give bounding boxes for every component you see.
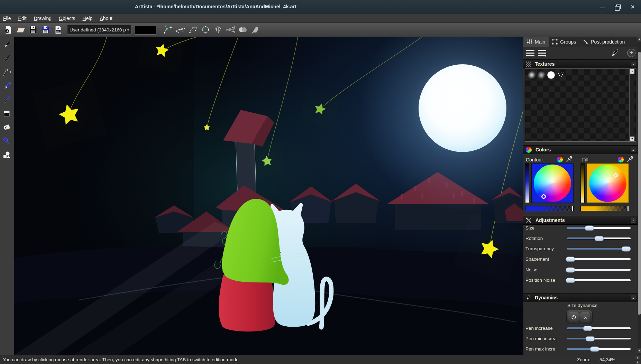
texture-list[interactable]: ▲ ▼ [525, 68, 636, 142]
texture-soft-spot[interactable] [527, 71, 536, 79]
list-icon[interactable] [526, 50, 534, 56]
tab-main[interactable]: Main [523, 37, 549, 47]
render-canvas[interactable] [14, 37, 523, 355]
bezier-path-tool[interactable] [1, 66, 13, 78]
size-slider[interactable] [567, 227, 631, 229]
texture-scroll-down[interactable]: ▼ [630, 137, 634, 141]
fill-eyedropper-icon[interactable] [626, 156, 633, 163]
pen-max-increase-slider[interactable] [567, 348, 631, 350]
tools-icon [526, 217, 532, 223]
close-button[interactable]: × [629, 3, 636, 10]
paint-roll-tool[interactable] [1, 122, 13, 133]
infinite-toggle[interactable]: ∞ [580, 312, 591, 322]
adjustments-section-header[interactable]: Adjustments ▲ [523, 216, 638, 225]
spacement-slider[interactable] [567, 258, 631, 260]
transparency-slider[interactable] [567, 248, 631, 250]
fill-rectangle-tool[interactable] [1, 108, 13, 120]
menu-file[interactable]: File [3, 16, 11, 21]
collapse-colors-button[interactable]: ▲ [631, 148, 635, 152]
panel-scroll-down[interactable]: ▼ [638, 348, 641, 353]
contour-color-picker[interactable] [531, 163, 574, 203]
list-add-icon[interactable] [538, 50, 546, 56]
contour-value-bar[interactable] [525, 163, 529, 203]
menu-objects[interactable]: Objects [59, 16, 75, 21]
boolean-circles-tool[interactable] [237, 24, 248, 35]
zoom-spin-up[interactable]: ▲ [635, 356, 640, 360]
blue-brush-tool[interactable] [1, 94, 13, 106]
zoom-spin-down[interactable]: ▼ [635, 360, 640, 364]
pen-icon[interactable] [609, 48, 620, 60]
texture-speckle[interactable] [556, 71, 565, 79]
contour-hue-wheel[interactable] [534, 165, 571, 202]
menu-help[interactable]: Help [83, 16, 93, 21]
size-dynamics-label: Size dynamics [567, 303, 597, 308]
texture-scrollbar[interactable]: ▲ ▼ [629, 69, 634, 141]
contour-alpha-bar[interactable] [525, 206, 574, 211]
adjustments-title: Adjustments [535, 217, 565, 223]
collapse-adjustments-button[interactable]: ▲ [631, 218, 635, 223]
restore-button[interactable] [614, 3, 621, 10]
fill-hue-wheel[interactable] [589, 165, 626, 202]
ellipse-tool[interactable] [200, 24, 211, 35]
pressure-toggle[interactable] [568, 312, 579, 322]
panel-scrollbar[interactable]: ▲ ▼ [638, 37, 641, 355]
fill-value-bar[interactable] [580, 163, 585, 203]
node-edit-tool[interactable] [163, 24, 174, 35]
textures-section-header[interactable]: Textures ▲ [523, 59, 638, 68]
fill-color-cursor[interactable] [613, 173, 618, 178]
menu-about[interactable]: About [100, 16, 112, 21]
pen-min-increase-label: Pen min increa [525, 336, 566, 341]
pen-increase-slider[interactable] [567, 327, 631, 329]
save-as-button[interactable] [40, 24, 51, 35]
tab-groups-label: Groups [560, 39, 576, 45]
position-noise-slider[interactable] [567, 279, 631, 281]
colors-title: Colors [535, 147, 551, 152]
girl-dress [219, 275, 276, 332]
fill-color-picker[interactable] [587, 163, 629, 203]
texture-scroll-up[interactable]: ▲ [630, 69, 634, 74]
contour-eyedropper-icon[interactable] [566, 156, 573, 163]
canvas-size-preset-dropdown[interactable]: User defined (3840x2160 p ▾ [67, 25, 131, 35]
curve-tool[interactable] [175, 24, 186, 35]
save-button[interactable] [28, 24, 39, 35]
contour-wheel-icon[interactable] [557, 157, 563, 162]
mirror-tool[interactable] [212, 24, 223, 35]
skew-tool[interactable] [225, 24, 236, 35]
texture-solid-blob[interactable] [547, 71, 556, 79]
panel-scroll-up[interactable]: ▲ [638, 37, 641, 41]
colors-section-header[interactable]: Colors ▲ [523, 145, 638, 154]
spatula-tool[interactable] [1, 136, 13, 147]
brush-tool[interactable] [1, 53, 13, 64]
dynamics-section-header[interactable]: Dynamics ▲ [523, 293, 638, 302]
blue-pen-tool[interactable] [1, 80, 13, 92]
arc-tool[interactable] [187, 24, 199, 35]
add-icon[interactable]: + [627, 49, 635, 57]
zoom-spinner[interactable]: ▲▼ [635, 356, 640, 364]
pen-min-increase-slider[interactable] [567, 338, 631, 339]
texture-grain-spot[interactable] [537, 71, 546, 79]
export-png-button[interactable]: PNG [53, 24, 64, 35]
fill-alpha-bar[interactable] [580, 206, 629, 211]
position-noise-label: Position Noise [525, 278, 566, 283]
new-document-button[interactable] [3, 24, 14, 35]
dynamics-title: Dynamics [535, 295, 558, 300]
contour-color-cursor[interactable] [541, 194, 546, 199]
minimize-button[interactable] [599, 3, 606, 10]
active-color-swatch[interactable] [135, 25, 156, 35]
tab-post-production[interactable]: Post-production [579, 37, 628, 47]
collapse-dynamics-button[interactable]: ▲ [631, 296, 635, 300]
fountain-pen-tool[interactable] [1, 39, 13, 50]
collapse-textures-button[interactable]: ▲ [631, 62, 635, 66]
shapes-tool[interactable] [1, 149, 13, 161]
rotation-slider[interactable] [567, 237, 631, 239]
tab-main-label: Main [535, 39, 545, 45]
open-button[interactable] [15, 24, 26, 35]
knife-tool[interactable] [250, 24, 261, 35]
panel-scroll-thumb[interactable] [638, 52, 641, 315]
tab-groups[interactable]: Groups [549, 37, 579, 47]
menu-edit[interactable]: Edit [18, 16, 27, 21]
canvas-artwork[interactable] [14, 37, 523, 355]
menu-drawing[interactable]: Drawing [34, 16, 52, 21]
fill-wheel-icon[interactable] [618, 157, 624, 162]
noise-slider[interactable] [567, 269, 631, 271]
